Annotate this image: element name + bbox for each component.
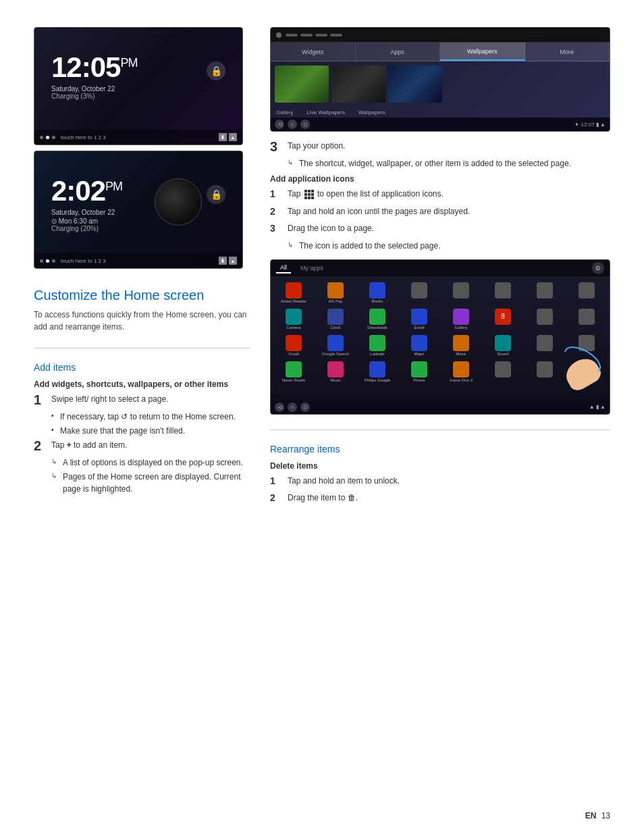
arrow-icon-2: ↳ <box>51 472 59 479</box>
app-action-reader[interactable]: Action Reader <box>273 280 314 305</box>
app-14[interactable] <box>525 307 565 332</box>
recent-icon[interactable]: □ <box>300 120 310 129</box>
period-display: PM <box>120 56 137 70</box>
app-icon-gallery <box>453 309 469 325</box>
app-8play[interactable]: 8 <box>483 307 523 332</box>
step-1-text: Swipe left/ right to select a page. <box>51 393 168 405</box>
app-6[interactable] <box>483 280 523 305</box>
app-camera[interactable]: Camera <box>273 307 314 332</box>
app-7[interactable] <box>525 280 565 305</box>
app-step-num-2: 2 <box>270 205 284 219</box>
apps-top-bar: All My apps ⊙ <box>271 260 610 278</box>
add-items-title: Add items <box>34 362 250 373</box>
app-latitude[interactable]: Latitude <box>357 333 398 358</box>
wallpaper-screenshot: Widgets Apps Wallpapers More Gallery Liv… <box>270 27 610 132</box>
right-column: Widgets Apps Wallpapers More Gallery Liv… <box>270 27 610 807</box>
app-agpay[interactable]: AG Pay <box>315 280 356 305</box>
step-1: 1 Swipe left/ right to select a page. <box>34 393 250 407</box>
tab-more[interactable]: More <box>525 43 610 61</box>
my-apps-tab[interactable]: My apps <box>296 263 327 273</box>
back-icon[interactable]: ◁ <box>275 120 284 129</box>
app-music2[interactable]: Music <box>315 359 356 384</box>
tab-wallpapers[interactable]: Wallpapers <box>440 43 525 61</box>
app-icon-29 <box>495 361 511 377</box>
label-gallery: Gallery <box>276 109 293 115</box>
charging-display-2: Charging (20%) <box>51 225 122 232</box>
app-gmail[interactable]: Gmail <box>273 333 314 358</box>
wallpaper-tabs: Widgets Apps Wallpapers More <box>271 43 610 61</box>
app-8[interactable] <box>566 280 607 305</box>
arrow-1: ↳ A list of options is displayed on the … <box>51 457 250 469</box>
app-icon-agpay <box>327 282 344 298</box>
tab-apps[interactable]: Apps <box>356 43 441 61</box>
bullet-1: • If necessary, tap ↺ to return to the H… <box>51 411 250 423</box>
app-icon-camera <box>286 309 302 325</box>
app-gallery[interactable]: Gallery <box>441 307 481 332</box>
app-icon-sound <box>495 335 511 351</box>
apps-search[interactable]: ⊙ <box>592 262 604 274</box>
divider-1 <box>34 348 250 348</box>
app-email[interactable]: Email <box>399 307 439 332</box>
app-music[interactable]: Music <box>441 333 481 358</box>
app-icon-15 <box>579 309 595 325</box>
app-step-num-1: 1 <box>270 188 284 201</box>
section-description: To access functions quickly from the Hom… <box>34 309 250 333</box>
label-live: Live Wallpapers <box>306 109 345 115</box>
date-display-2: Saturday, October 22 <box>51 209 122 216</box>
delete-heading: Delete items <box>270 461 610 471</box>
signal-icon-1: ▲ <box>229 133 237 141</box>
app-philips[interactable]: Philips Google <box>357 359 398 384</box>
app-sound[interactable]: Sound <box>483 333 523 358</box>
battery-icon-1: ▮ <box>219 133 227 141</box>
nav-text-1: touch here to 1 2 3 <box>61 134 106 140</box>
wallpaper-bottom-bar: ◁ ○ □ ✦ 12:07 ▮ ▲ <box>271 118 610 131</box>
app-icon-downloads <box>369 309 385 325</box>
apps-home-icon[interactable]: ○ <box>288 402 297 412</box>
app-icon-naver <box>286 361 302 377</box>
step-3: 3 Tap your option. <box>270 140 610 153</box>
device-screenshot-2: 2:02PM Saturday, October 22 ⊙ Mon 6:30 a… <box>34 151 243 269</box>
signal-icon-2: ▲ <box>229 257 237 265</box>
arrow-icon-3: ↳ <box>288 159 296 166</box>
app-29[interactable] <box>483 359 523 384</box>
rearrange-title: Rearrange items <box>270 444 610 454</box>
arrow-icon-1: ↳ <box>51 458 59 465</box>
app-5[interactable] <box>441 280 481 305</box>
bullet-1-text: If necessary, tap ↺ to return to the Hom… <box>60 411 236 423</box>
hand-gesture <box>556 346 603 394</box>
bullet-2-text: Make sure that the page isn't filled. <box>60 425 185 437</box>
app-icon-gameduo <box>453 361 469 377</box>
app-maps[interactable]: Maps <box>399 333 439 358</box>
wallpaper-2[interactable] <box>331 66 385 103</box>
wallpaper-1[interactable] <box>275 66 329 103</box>
dot-5 <box>46 259 49 263</box>
app-icon-music <box>453 335 469 351</box>
app-15[interactable] <box>566 307 607 332</box>
app-gameduo[interactable]: Game Duo 3 <box>441 359 481 384</box>
app-phone[interactable]: Phone <box>399 359 439 384</box>
tab-widgets[interactable]: Widgets <box>271 43 356 61</box>
home-icon-ss[interactable]: ○ <box>288 120 297 129</box>
app-step-2-text: Tap and hold an icon until the pages are… <box>288 205 470 217</box>
all-tab[interactable]: All <box>276 263 291 273</box>
app-step-2: 2 Tap and hold an icon until the pages a… <box>270 205 610 219</box>
app-google[interactable]: Google Search <box>315 333 356 358</box>
arrow-3: ↳ The shortcut, widget, wallpaper, or ot… <box>288 157 610 170</box>
app-icon-google <box>327 335 344 351</box>
apps-recent-icon[interactable]: □ <box>300 402 310 412</box>
app-icon-22 <box>537 335 553 351</box>
label-wallpapers: Wallpapers <box>358 109 385 115</box>
battery-icon-2: ▮ <box>219 257 227 265</box>
app-clock[interactable]: Clock <box>315 307 356 332</box>
app-icon-4 <box>411 282 427 298</box>
apps-back-icon[interactable]: ◁ <box>275 402 284 412</box>
app-downloads[interactable]: Downloads <box>357 307 398 332</box>
arrow-4: ↳ The icon is added to the selected page… <box>288 240 610 252</box>
arrow-4-text: The icon is added to the selected page. <box>299 240 440 252</box>
app-books[interactable]: Books <box>357 280 398 305</box>
wallpaper-3[interactable] <box>388 66 442 103</box>
app-4[interactable] <box>399 280 439 305</box>
dot-2 <box>46 136 49 139</box>
app-icon-8 <box>579 282 595 298</box>
app-naver[interactable]: Naver Studio <box>273 359 314 384</box>
